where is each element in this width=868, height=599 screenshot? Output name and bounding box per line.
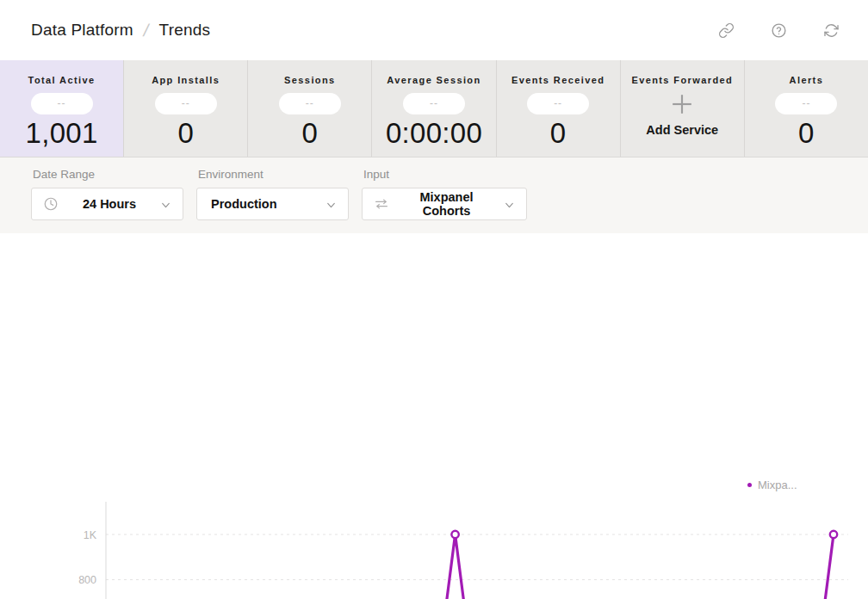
transfer-icon	[374, 196, 389, 212]
filter-label: Environment	[198, 168, 349, 181]
stat-value: 0	[124, 117, 247, 150]
environment-dropdown[interactable]: Production	[196, 188, 349, 220]
chart-legend[interactable]: Mixpa...	[747, 479, 797, 491]
breadcrumb: Data Platform / Trends	[31, 21, 210, 40]
filter-label: Input	[363, 168, 527, 181]
breadcrumb-trends: Trends	[159, 21, 211, 40]
stat-card-events-forwarded[interactable]: Events Forwarded Add Service	[621, 60, 745, 157]
filter-bar: Date Range 24 Hours Environment Producti…	[0, 157, 868, 233]
series-line	[135, 534, 834, 599]
trends-chart-region: Mixpa... 02004006008001K9101112 AM123456…	[0, 233, 868, 599]
link-icon[interactable]	[718, 22, 735, 39]
stat-value: 0	[497, 117, 620, 150]
svg-text:1K: 1K	[84, 529, 97, 541]
plus-icon	[621, 93, 744, 114]
svg-text:800: 800	[78, 574, 96, 586]
stat-label: Average Session	[372, 75, 495, 85]
stat-card-events-received[interactable]: Events Received -- 0	[497, 60, 621, 157]
header-icons	[718, 0, 840, 60]
y-tick-labels: 02004006008001K	[78, 529, 97, 599]
chevron-down-icon	[160, 199, 171, 210]
stat-card-alerts[interactable]: Alerts -- 0	[745, 60, 868, 157]
filter-environment: Environment Production	[196, 168, 349, 220]
data-point-markers	[451, 531, 837, 599]
stat-card-app-installs[interactable]: App Installs -- 0	[124, 60, 248, 157]
stat-badge: --	[279, 93, 341, 114]
stat-badge: --	[403, 93, 465, 114]
input-dropdown[interactable]: Mixpanel Cohorts	[362, 188, 527, 220]
refresh-icon[interactable]	[823, 22, 840, 39]
filter-date-range: Date Range 24 Hours	[31, 168, 183, 220]
dropdown-value: Production	[197, 197, 326, 211]
stat-label: Alerts	[745, 75, 868, 85]
y-gridlines	[106, 534, 848, 599]
stat-label: Total Active	[0, 75, 123, 85]
breadcrumb-data-platform[interactable]: Data Platform	[31, 21, 133, 40]
stat-badge: --	[775, 93, 837, 114]
stat-card-sessions[interactable]: Sessions -- 0	[248, 60, 372, 157]
chevron-down-icon	[326, 199, 337, 210]
filter-input: Input Mixpanel Cohorts	[362, 168, 527, 220]
stat-label: Sessions	[248, 75, 371, 85]
stat-value: 0	[248, 117, 371, 150]
breadcrumb-separator: /	[141, 21, 151, 40]
trends-line-chart[interactable]: 02004006008001K9101112 AM123456789101112…	[0, 491, 868, 599]
stat-value: 0	[745, 117, 868, 150]
help-icon[interactable]	[771, 22, 787, 39]
page-header: Data Platform / Trends	[0, 0, 868, 60]
stat-label: Events Forwarded	[621, 75, 744, 85]
legend-series-dot	[747, 483, 752, 487]
stats-row: Total Active -- 1,001 App Installs -- 0 …	[0, 60, 868, 157]
stat-value: 1,001	[0, 117, 123, 150]
stat-label: Events Received	[497, 75, 620, 85]
legend-series-label: Mixpa...	[758, 479, 797, 491]
stat-card-total-active[interactable]: Total Active -- 1,001	[0, 60, 124, 157]
date-range-dropdown[interactable]: 24 Hours	[31, 188, 183, 220]
add-service-button[interactable]: Add Service	[621, 123, 744, 137]
stat-card-average-session[interactable]: Average Session -- 0:00:00	[372, 60, 496, 157]
clock-icon	[43, 196, 59, 212]
dropdown-value: 24 Hours	[59, 197, 160, 211]
stat-label: App Installs	[124, 75, 247, 85]
chevron-down-icon	[504, 199, 515, 210]
stat-badge: --	[155, 93, 217, 114]
filter-label: Date Range	[33, 168, 183, 181]
stat-badge: --	[31, 93, 93, 114]
dropdown-value: Mixpanel Cohorts	[389, 190, 504, 218]
stat-badge: --	[527, 93, 589, 114]
stat-value: 0:00:00	[372, 117, 495, 150]
